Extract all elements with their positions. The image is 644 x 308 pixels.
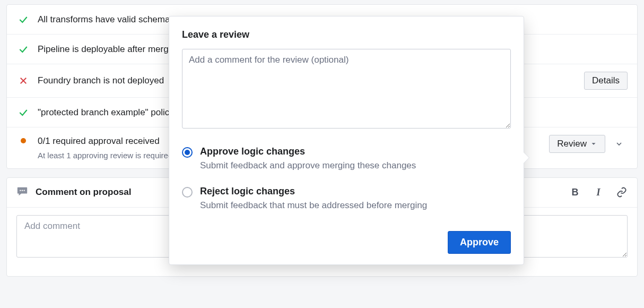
radio-approve[interactable] xyxy=(182,147,193,158)
italic-button[interactable]: I xyxy=(593,186,604,198)
chevron-down-icon xyxy=(615,140,623,148)
caret-down-icon xyxy=(590,140,597,148)
option-desc: Submit feedback and approve merging thes… xyxy=(200,160,416,171)
option-label: Approve logic changes xyxy=(200,146,416,157)
bold-button[interactable]: B xyxy=(569,186,581,198)
review-button-label: Review xyxy=(557,139,587,149)
approve-button[interactable]: Approve xyxy=(448,231,511,254)
details-button[interactable]: Details xyxy=(584,72,628,90)
option-approve[interactable]: Approve logic changes Submit feedback an… xyxy=(182,146,511,171)
review-comment-input[interactable] xyxy=(182,49,511,129)
expand-toggle[interactable] xyxy=(611,135,628,152)
cross-icon xyxy=(16,76,30,85)
option-label: Reject logic changes xyxy=(200,186,427,197)
option-reject[interactable]: Reject logic changes Submit feedback tha… xyxy=(182,186,511,211)
review-button[interactable]: Review xyxy=(549,135,605,153)
popover-title: Leave a review xyxy=(182,29,511,40)
svg-point-4 xyxy=(23,190,24,191)
svg-point-2 xyxy=(20,190,21,191)
review-popover: Leave a review Approve logic changes Sub… xyxy=(169,16,524,265)
option-desc: Submit feedback that must be addressed b… xyxy=(200,200,427,211)
link-icon xyxy=(616,187,627,198)
check-icon xyxy=(16,14,30,25)
svg-point-3 xyxy=(22,190,23,191)
check-icon xyxy=(16,107,30,118)
comment-icon xyxy=(16,185,28,200)
link-button[interactable] xyxy=(616,186,628,198)
pending-icon xyxy=(16,135,30,143)
check-icon xyxy=(16,44,30,55)
radio-reject[interactable] xyxy=(182,187,193,198)
